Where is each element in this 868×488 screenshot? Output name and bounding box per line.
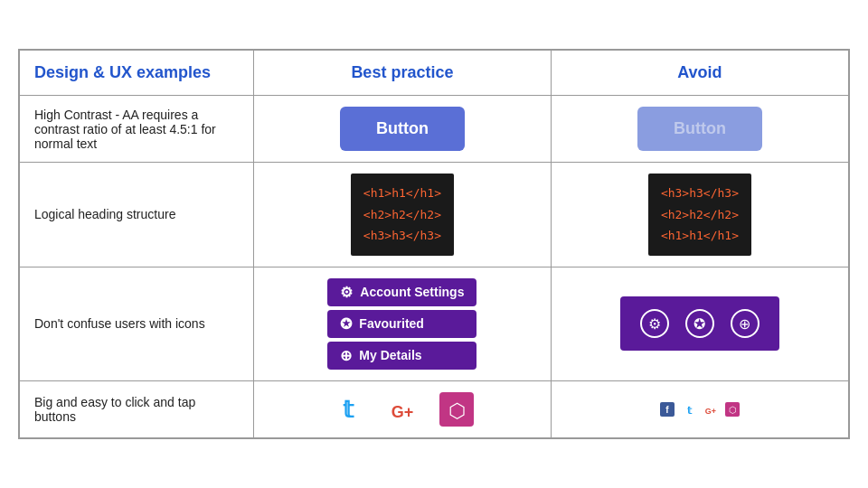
icon-menu-good: ⚙ Account Settings ✪ Favourited ⊕ My Det… — [327, 278, 476, 370]
cell-icons-bad: ⚙ ✪ ⊕ — [551, 267, 848, 380]
menu-item-settings[interactable]: ⚙ Account Settings — [327, 278, 476, 306]
svg-text:G+: G+ — [705, 407, 716, 416]
googleplus-icon-large[interactable]: G+ — [385, 392, 420, 427]
social-icons-large: 𝕥 G+ ⬡ — [269, 392, 536, 427]
svg-text:⬡: ⬡ — [448, 399, 465, 422]
user-icon-bad: ⊕ — [731, 309, 760, 338]
main-table-wrapper: Design & UX examples Best practice Avoid… — [18, 49, 850, 438]
h1-line-bad: <h1>h1</h1> — [661, 225, 739, 246]
cell-headings-bad: <h3>h3</h3> <h2>h2</h2> <h1>h1</h1> — [551, 163, 848, 267]
cell-social-good: 𝕥 G+ ⬡ — [253, 380, 551, 437]
table-header-row: Design & UX examples Best practice Avoid — [20, 51, 849, 96]
row-label-contrast: High Contrast - AA requires a contrast r… — [20, 96, 254, 163]
facebook-icon-small: f — [660, 402, 675, 417]
col-header-avoid: Avoid — [551, 51, 848, 96]
menu-label-settings: Account Settings — [360, 285, 464, 299]
gear-icon-bad: ⚙ — [640, 309, 669, 338]
cell-contrast-bad: Button — [551, 96, 848, 163]
row-big-buttons: Big and easy to click and tap buttons 𝕥 … — [20, 380, 849, 437]
instagram-icon-small: ⬡ — [725, 402, 740, 417]
heading-structure-good: <h1>h1</h1> <h2>h2</h2> <h3>h3</h3> — [351, 174, 454, 255]
row-high-contrast: High Contrast - AA requires a contrast r… — [20, 96, 849, 163]
social-icons-small: f 𝕥 G+ ⬡ — [566, 402, 834, 417]
menu-label-fav: Favourited — [359, 316, 424, 331]
h3-line-bad: <h3>h3</h3> — [661, 183, 739, 203]
menu-item-favourited[interactable]: ✪ Favourited — [327, 310, 476, 338]
col-header-design: Design & UX examples — [20, 51, 254, 96]
twitter-icon-large[interactable]: 𝕥 — [331, 392, 365, 427]
row-heading-structure: Logical heading structure <h1>h1</h1> <h… — [20, 163, 849, 267]
cell-icons-good: ⚙ Account Settings ✪ Favourited ⊕ My Det… — [253, 267, 551, 380]
gear-icon: ⚙ — [340, 284, 353, 301]
googleplus-icon-small: G+ — [703, 402, 718, 417]
h3-line-good: <h3>h3</h3> — [363, 225, 441, 246]
good-contrast-button[interactable]: Button — [340, 107, 465, 151]
heading-structure-bad: <h3>h3</h3> <h2>h2</h2> <h1>h1</h1> — [648, 174, 751, 255]
row-label-icons: Don't confuse users with icons — [20, 267, 254, 380]
h1-line-good: <h1>h1</h1> — [363, 183, 441, 203]
svg-text:⬡: ⬡ — [728, 405, 736, 415]
star-icon: ✪ — [340, 315, 352, 333]
row-label-big-buttons: Big and easy to click and tap buttons — [20, 380, 254, 437]
svg-text:𝕥: 𝕥 — [343, 396, 354, 423]
svg-text:𝕥: 𝕥 — [686, 405, 692, 416]
row-label-headings: Logical heading structure — [20, 163, 254, 267]
user-icon: ⊕ — [340, 347, 352, 364]
twitter-icon-small: 𝕥 — [682, 402, 696, 417]
instagram-icon-large[interactable]: ⬡ — [439, 392, 474, 427]
menu-item-details[interactable]: ⊕ My Details — [327, 342, 476, 370]
menu-label-details: My Details — [359, 348, 421, 362]
h2-line-good: <h2>h2</h2> — [363, 204, 441, 225]
ux-examples-table: Design & UX examples Best practice Avoid… — [19, 50, 849, 437]
h2-line-bad: <h2>h2</h2> — [661, 204, 739, 225]
bad-contrast-button[interactable]: Button — [637, 107, 762, 151]
cell-headings-good: <h1>h1</h1> <h2>h2</h2> <h3>h3</h3> — [253, 163, 551, 267]
row-icons: Don't confuse users with icons ⚙ Account… — [20, 267, 849, 380]
cell-contrast-good: Button — [253, 96, 551, 163]
col-header-best-practice: Best practice — [253, 51, 551, 96]
star-icon-bad: ✪ — [685, 309, 714, 338]
svg-text:G+: G+ — [392, 403, 414, 421]
cell-social-bad: f 𝕥 G+ ⬡ — [551, 380, 848, 437]
icon-bar-bad: ⚙ ✪ ⊕ — [620, 296, 779, 351]
